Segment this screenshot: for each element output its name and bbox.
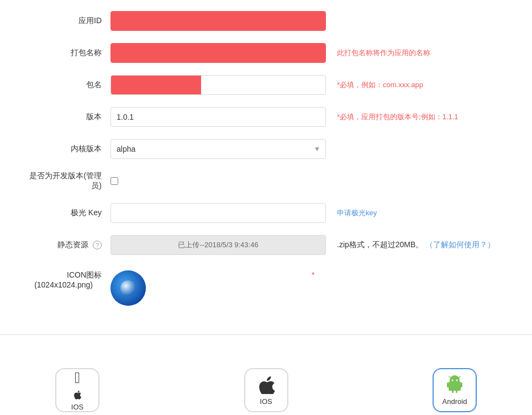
svg-rect-4 — [452, 390, 454, 393]
static-hint-container: .zip格式，不超过20MB。 （了解如何使用？） — [337, 240, 495, 250]
app-id-row: 应用ID — [22, 11, 510, 31]
icon-label: ICON图标 (1024x1024.png) — [22, 270, 110, 289]
help-icon[interactable]: ? — [93, 241, 102, 249]
version-row: 版本 *必填，应用打包的版本号;例如：1.1.1 — [22, 107, 510, 127]
bundle-id-hint: *必填，例如：com.xxx.app — [337, 80, 423, 90]
svg-rect-5 — [456, 390, 457, 393]
kernel-version-wrapper: alpha beta stable ▼ — [110, 139, 326, 159]
bundle-id-input[interactable] — [110, 75, 326, 95]
bundle-id-label: 包名 — [22, 80, 110, 90]
aurora-key-input[interactable] — [110, 203, 326, 223]
icon-required-mark: * — [312, 270, 314, 279]
app-id-label: 应用ID — [22, 16, 110, 26]
static-upload-button[interactable]: 已上传--2018/5/3 9:43:46 — [110, 235, 326, 255]
svg-rect-2 — [447, 382, 449, 387]
aurora-key-row: 极光 Key 申请极光key — [22, 203, 510, 223]
package-name-label: 打包名称 — [22, 48, 110, 58]
package-name-input[interactable] — [110, 43, 326, 63]
kernel-version-row: 内核版本 alpha beta stable ▼ — [22, 139, 510, 159]
ios-platform-label: IOS — [260, 397, 272, 406]
package-name-hint: 此打包名称将作为应用的名称 — [337, 48, 430, 58]
bundle-id-row: 包名 *必填，例如：com.xxx.app — [22, 75, 510, 95]
svg-point-1 — [120, 280, 136, 296]
apple-logo-icon — [67, 390, 87, 400]
android-label: Android — [443, 397, 467, 406]
kernel-version-select[interactable]: alpha beta stable — [110, 139, 326, 159]
version-label: 版本 — [22, 112, 110, 122]
ios-label: IOS — [71, 403, 83, 411]
android-logo-icon — [445, 375, 464, 394]
ios-btn[interactable]: IOS — [244, 368, 288, 412]
svg-line-8 — [449, 376, 451, 378]
static-resources-label: 静态资源 ? — [22, 240, 110, 250]
kernel-version-label: 内核版本 — [22, 144, 110, 154]
android-platform-button[interactable]: Android — [433, 368, 477, 412]
svg-point-6 — [452, 379, 454, 381]
dev-version-checkbox[interactable] — [110, 177, 118, 185]
apple-brand-icon — [257, 375, 276, 394]
app-id-input[interactable] — [110, 11, 326, 31]
aurora-key-hint[interactable]: 申请极光key — [337, 208, 377, 218]
aurora-key-label: 极光 Key — [22, 208, 110, 218]
static-resources-row: 静态资源 ? 已上传--2018/5/3 9:43:46 .zip格式，不超过2… — [22, 235, 510, 255]
dev-version-row: 是否为开发版本(管理员) — [22, 171, 510, 191]
static-upload-text: 已上传--2018/5/3 9:43:46 — [178, 240, 258, 250]
apple-icon:  — [75, 369, 80, 387]
ios-platform-button[interactable]:  IOS — [55, 368, 99, 412]
svg-point-7 — [456, 379, 458, 381]
bottom-section:  IOS IOS Android — [0, 335, 532, 415]
static-hint-link[interactable]: （了解如何使用？） — [425, 240, 495, 249]
icon-preview — [110, 270, 146, 306]
icon-image — [110, 270, 146, 306]
version-input[interactable] — [110, 107, 326, 127]
svg-rect-3 — [461, 382, 462, 387]
icon-row: ICON图标 (1024x1024.png) * — [22, 267, 510, 306]
dev-version-label: 是否为开发版本(管理员) — [22, 171, 110, 191]
package-name-row: 打包名称 此打包名称将作为应用的名称 — [22, 43, 510, 63]
version-hint: *必填，应用打包的版本号;例如：1.1.1 — [337, 112, 459, 122]
svg-line-9 — [459, 376, 460, 378]
static-hint-text: .zip格式，不超过20MB。 （了解如何使用？） — [337, 240, 495, 250]
